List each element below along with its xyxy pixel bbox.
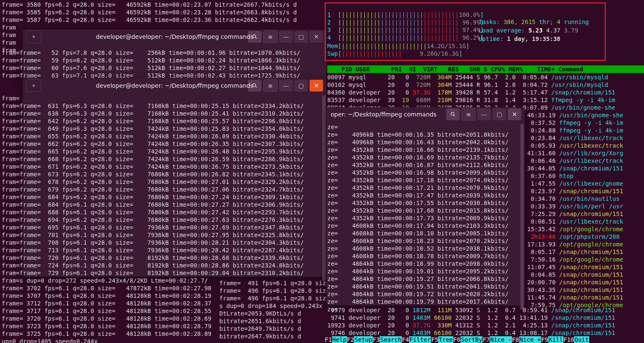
terminal-3-output: ze=ze= 4096kB time=00:00:16.35 bitrate=2… bbox=[327, 123, 509, 313]
minimize-button[interactable]: — bbox=[279, 31, 293, 43]
titlebar[interactable]: ＋ developer@developer: ~/Desktop/ffmpeg … bbox=[23, 78, 326, 93]
search-button[interactable] bbox=[248, 80, 261, 92]
svg-line-3 bbox=[256, 86, 257, 88]
new-tab-button[interactable]: ＋ bbox=[26, 79, 41, 92]
close-button[interactable]: ✕ bbox=[310, 31, 323, 43]
highlight-box bbox=[325, 3, 606, 61]
close-icon: ✕ bbox=[314, 33, 319, 40]
svg-line-5 bbox=[454, 115, 455, 116]
search-icon bbox=[450, 111, 456, 117]
menu-button[interactable]: ≡ bbox=[263, 79, 278, 92]
maximize-icon: ▢ bbox=[496, 111, 502, 118]
terminal-1-output: fram=frame= 52 fps=7.8 q=28.0 size= 256k… bbox=[2, 49, 300, 79]
titlebar[interactable]: oper: ~/Desktop/ffmpeg commands ≡ — ▢ ✕ bbox=[326, 107, 525, 122]
plus-icon: ＋ bbox=[31, 33, 37, 41]
maximize-icon: ▢ bbox=[298, 33, 304, 40]
menu-button[interactable]: ≡ bbox=[263, 30, 278, 43]
htop-header[interactable]: PID USER PRI NI VIRT RES SHR S CPU% MEM%… bbox=[327, 65, 644, 73]
minimize-button[interactable]: — bbox=[477, 108, 491, 120]
close-icon: ✕ bbox=[314, 82, 319, 89]
minimize-button[interactable]: — bbox=[279, 80, 293, 92]
scrollbar[interactable] bbox=[520, 124, 524, 310]
terminal-2-output: fram=fram=frame= 631 fps=6.3 q=28.0 size… bbox=[2, 95, 304, 284]
htop-process-list-cont[interactable]: 46:33.19 /usr/bin/gnome-she 0:37.52 ffmp… bbox=[527, 111, 623, 309]
minimize-icon: — bbox=[283, 33, 289, 40]
plus-icon: ＋ bbox=[31, 82, 37, 89]
maximize-button[interactable]: ▢ bbox=[294, 80, 308, 92]
maximize-icon: ▢ bbox=[298, 82, 304, 89]
htop-process-list-tail[interactable]: 9979 developer 20 0 1812M 111M 53092 S 1… bbox=[327, 306, 615, 337]
search-icon bbox=[252, 34, 258, 40]
bg-output-bottom-left: 4/8/2KD Ltme=00:02:27.7/frame= 3702 fps=… bbox=[2, 277, 211, 343]
search-button[interactable] bbox=[446, 108, 460, 120]
close-button[interactable]: ✕ bbox=[310, 80, 323, 92]
close-icon: ✕ bbox=[512, 111, 517, 118]
svg-line-1 bbox=[256, 38, 257, 39]
close-button[interactable]: ✕ bbox=[508, 108, 521, 120]
bg-output-bottom-mid: frame= 491 fps=6.1 q=28.0 size=frame= 49… bbox=[219, 279, 333, 340]
svg-point-0 bbox=[253, 35, 256, 38]
hamburger-icon: ≡ bbox=[268, 82, 273, 89]
hamburger-icon: ≡ bbox=[466, 111, 471, 118]
scrollbar[interactable] bbox=[322, 95, 326, 281]
svg-point-2 bbox=[253, 84, 256, 86]
htop-process-list[interactable]: 00097 mysql 20 0 720M 304M 25444 S 96.7 … bbox=[327, 73, 615, 111]
new-tab-button[interactable]: ＋ bbox=[26, 30, 41, 43]
svg-point-4 bbox=[451, 112, 454, 115]
minimize-icon: — bbox=[283, 82, 289, 89]
menu-button[interactable]: ≡ bbox=[461, 108, 476, 121]
search-button[interactable] bbox=[248, 31, 261, 43]
maximize-button[interactable]: ▢ bbox=[493, 108, 506, 120]
minimize-icon: — bbox=[481, 111, 487, 118]
maximize-button[interactable]: ▢ bbox=[294, 31, 308, 43]
hamburger-icon: ≡ bbox=[268, 33, 273, 40]
titlebar[interactable]: ＋ developer@developer: ~/Desktop/ffmpeg … bbox=[23, 30, 326, 44]
htop-fkeys[interactable]: F1HelpF2SetupF3SearchF4FilterF5TreeF6Sor… bbox=[325, 336, 644, 343]
search-icon bbox=[252, 83, 258, 89]
